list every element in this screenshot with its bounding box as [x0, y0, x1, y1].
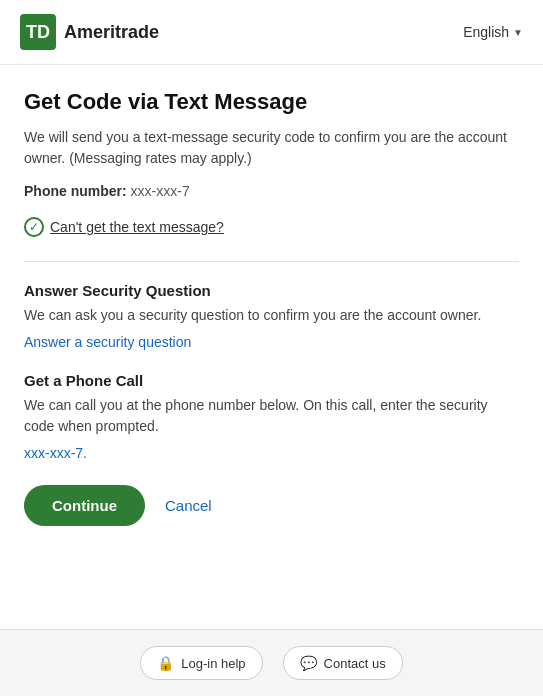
button-row: Continue Cancel	[24, 485, 519, 526]
divider	[24, 261, 519, 262]
page-title: Get Code via Text Message	[24, 89, 519, 115]
continue-button[interactable]: Continue	[24, 485, 145, 526]
security-question-desc: We can ask you a security question to co…	[24, 305, 519, 326]
phone-call-desc: We can call you at the phone number belo…	[24, 395, 519, 437]
language-label: English	[463, 24, 509, 40]
security-question-section: Answer Security Question We can ask you …	[24, 282, 519, 350]
security-question-title: Answer Security Question	[24, 282, 519, 299]
phone-value: xxx-xxx-7	[131, 183, 190, 199]
phone-call-section: Get a Phone Call We can call you at the …	[24, 372, 519, 461]
login-help-label: Log-in help	[181, 656, 245, 671]
login-help-button[interactable]: 🔒 Log-in help	[140, 646, 262, 680]
main-content: Get Code via Text Message We will send y…	[0, 65, 543, 546]
footer: 🔒 Log-in help 💬 Contact us	[0, 629, 543, 696]
chat-icon: 💬	[300, 655, 317, 671]
brand-name: Ameritrade	[64, 22, 159, 43]
contact-us-label: Contact us	[324, 656, 386, 671]
cant-get-container: ✓ Can't get the text message?	[24, 217, 519, 237]
answer-security-question-link[interactable]: Answer a security question	[24, 334, 191, 350]
cant-get-link[interactable]: Can't get the text message?	[50, 219, 224, 235]
contact-us-button[interactable]: 💬 Contact us	[283, 646, 403, 680]
cancel-button[interactable]: Cancel	[165, 497, 212, 514]
td-logo: TD	[20, 14, 56, 50]
phone-number-line: Phone number: xxx-xxx-7	[24, 183, 519, 199]
phone-call-number[interactable]: xxx-xxx-7.	[24, 445, 87, 461]
lock-icon: 🔒	[157, 655, 174, 671]
header: TD Ameritrade English ▼	[0, 0, 543, 65]
page-description: We will send you a text-message security…	[24, 127, 519, 169]
check-circle-icon: ✓	[24, 217, 44, 237]
phone-call-title: Get a Phone Call	[24, 372, 519, 389]
language-selector[interactable]: English ▼	[463, 24, 523, 40]
phone-label: Phone number:	[24, 183, 127, 199]
chevron-down-icon: ▼	[513, 27, 523, 38]
logo-area: TD Ameritrade	[20, 14, 159, 50]
